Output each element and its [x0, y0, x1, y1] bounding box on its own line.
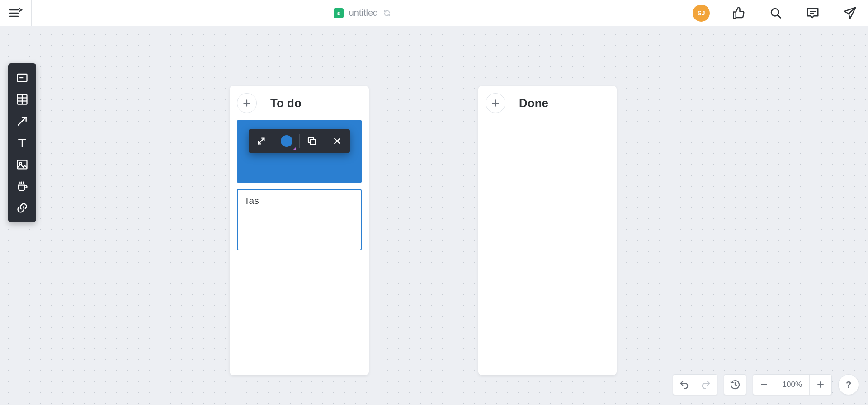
- thumbs-up-icon: [732, 6, 745, 20]
- list-title[interactable]: To do: [270, 96, 302, 110]
- comment-icon: [806, 6, 820, 20]
- text-caret: [259, 197, 259, 207]
- tool-table[interactable]: [8, 89, 36, 110]
- zoom-out-button[interactable]: [753, 375, 775, 395]
- search-icon: [769, 7, 782, 19]
- dropdown-corner-icon: [293, 147, 296, 150]
- list-header: To do: [237, 93, 362, 113]
- list-header: Done: [486, 93, 609, 113]
- list-done[interactable]: Done: [478, 86, 617, 375]
- canvas-controls: 100% ?: [673, 374, 859, 395]
- zoom-level[interactable]: 100%: [775, 375, 809, 395]
- minus-icon: [760, 381, 768, 389]
- tool-link[interactable]: [8, 197, 36, 219]
- tool-arrow[interactable]: [8, 110, 36, 132]
- svg-rect-25: [310, 139, 316, 145]
- canvas[interactable]: To do Tas: [0, 26, 868, 405]
- plus-icon: [816, 381, 825, 389]
- send-icon: [843, 6, 857, 20]
- tool-image[interactable]: [8, 154, 36, 175]
- top-bar: s untitled SJ: [0, 0, 868, 26]
- color-swatch-icon: [281, 135, 292, 147]
- redo-button[interactable]: [695, 375, 717, 395]
- undo-button[interactable]: [673, 375, 695, 395]
- sync-status-icon: [383, 9, 391, 17]
- menu-icon: [9, 8, 23, 19]
- tool-coffee[interactable]: [8, 175, 36, 197]
- svg-rect-17: [18, 160, 27, 169]
- card-editing[interactable]: Tas: [237, 189, 362, 250]
- svg-line-24: [258, 138, 264, 144]
- note-icon: [16, 71, 28, 84]
- history-button[interactable]: [724, 375, 746, 395]
- zoom-group: 100%: [753, 374, 832, 395]
- main-menu-button[interactable]: [0, 0, 32, 26]
- undo-icon: [679, 380, 689, 390]
- add-card-button[interactable]: [486, 93, 505, 113]
- plus-icon: [491, 99, 500, 108]
- card-expand-button[interactable]: [249, 129, 274, 153]
- link-icon: [16, 202, 28, 214]
- history-group: [724, 374, 746, 395]
- text-icon: [16, 137, 28, 149]
- toolbox: [8, 63, 36, 222]
- arrow-icon: [16, 115, 28, 127]
- add-card-button[interactable]: [237, 93, 257, 113]
- image-icon: [16, 158, 28, 171]
- card-color-button[interactable]: [274, 129, 299, 153]
- svg-line-14: [18, 117, 26, 125]
- like-button[interactable]: [720, 0, 757, 26]
- table-icon: [16, 93, 28, 106]
- search-button[interactable]: [757, 0, 794, 26]
- coffee-icon: [16, 180, 28, 193]
- plus-icon: [242, 99, 251, 108]
- svg-line-4: [778, 15, 780, 18]
- share-button[interactable]: [831, 0, 868, 26]
- list-title[interactable]: Done: [519, 96, 548, 110]
- close-icon: [333, 137, 342, 146]
- expand-icon: [256, 136, 266, 146]
- tool-note[interactable]: [8, 67, 36, 89]
- card-toolbar: [249, 129, 350, 153]
- doc-title[interactable]: untitled: [349, 8, 378, 18]
- card-edit-text[interactable]: Tas: [244, 195, 259, 206]
- user-avatar[interactable]: SJ: [693, 5, 710, 22]
- zoom-in-button[interactable]: [810, 375, 831, 395]
- redo-icon: [701, 380, 711, 390]
- history-icon: [730, 379, 741, 390]
- copy-icon: [307, 136, 317, 146]
- comments-button[interactable]: [794, 0, 831, 26]
- card-delete-button[interactable]: [325, 129, 350, 153]
- doc-type-badge: s: [334, 8, 344, 18]
- undo-redo-group: [673, 374, 717, 395]
- card-duplicate-button[interactable]: [300, 129, 325, 153]
- help-button[interactable]: ?: [838, 374, 859, 395]
- tool-text[interactable]: [8, 132, 36, 154]
